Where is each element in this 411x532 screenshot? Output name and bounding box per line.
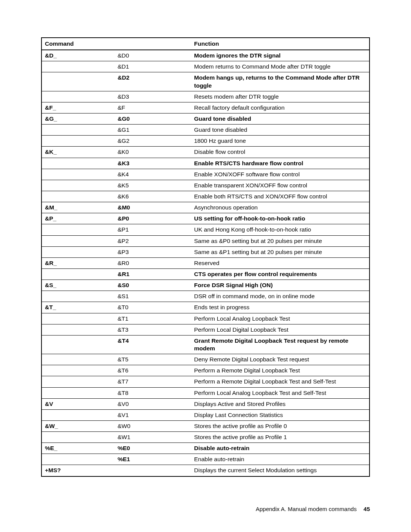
function-cell: Stores the active profile as Profile 1	[191, 432, 370, 443]
header-function: Function	[191, 38, 370, 50]
function-cell: Resets modem after DTR toggle	[191, 91, 370, 102]
command-cell: &P3	[115, 246, 191, 257]
table-row: &R1CTS operates per flow control require…	[41, 268, 370, 280]
command-cell: &W1	[115, 432, 191, 443]
footer-text: Appendix A. Manual modem commands	[256, 506, 357, 512]
table-row: &T5Deny Remote Digital Loopback Test req…	[41, 354, 370, 365]
command-cell: &K3	[115, 158, 191, 169]
function-cell: Deny Remote Digital Loopback Test reques…	[191, 354, 370, 365]
command-cell: %E0	[115, 443, 191, 454]
function-cell: Stores the active profile as Profile 0	[191, 420, 370, 431]
command-group-cell: &P_	[41, 213, 115, 224]
command-cell: &T6	[115, 365, 191, 376]
function-cell: Enable both RTS/CTS and XON/XOFF flow co…	[191, 191, 370, 202]
command-group-cell	[41, 125, 115, 136]
table-row: &G1Guard tone disabled	[41, 125, 370, 136]
function-cell: Guard tone disabled	[191, 113, 370, 124]
modem-commands-table: Command Function &D_&D0Modem ignores the…	[41, 37, 370, 477]
command-group-cell	[41, 224, 115, 235]
command-cell: %E1	[115, 454, 191, 465]
command-cell: &T5	[115, 354, 191, 365]
table-row: &F_&FRecall factory default configuratio…	[41, 102, 370, 113]
command-group-cell: &T_	[41, 302, 115, 313]
command-group-cell	[41, 235, 115, 246]
command-cell: &G2	[115, 136, 191, 147]
table-row: &G21800 Hz guard tone	[41, 136, 370, 147]
function-cell: Displays Active and Stored Profiles	[191, 398, 370, 409]
command-cell: &S0	[115, 280, 191, 291]
command-group-cell	[41, 376, 115, 387]
function-cell: Display Last Connection Statistics	[191, 409, 370, 420]
table-row: &T8Perform Local Analog Loopback Test an…	[41, 387, 370, 398]
table-row: &D_&D0Modem ignores the DTR signal	[41, 50, 370, 61]
function-cell: Recall factory default configuration	[191, 102, 370, 113]
table-row: +MS?Displays the current Select Modulati…	[41, 465, 370, 476]
command-cell: &P1	[115, 224, 191, 235]
table-row: &W1Stores the active profile as Profile …	[41, 432, 370, 443]
command-group-cell	[41, 268, 115, 280]
command-group-cell: &F_	[41, 102, 115, 113]
command-group-cell	[41, 246, 115, 257]
table-row: &K5Enable transparent XON/XOFF flow cont…	[41, 180, 370, 191]
function-cell: Ends test in progress	[191, 302, 370, 313]
function-cell: Enable XON/XOFF software flow control	[191, 169, 370, 180]
function-cell: Same as &P0 setting but at 20 pulses per…	[191, 235, 370, 246]
command-cell: &P2	[115, 235, 191, 246]
function-cell: Guard tone disabled	[191, 125, 370, 136]
page-footer: Appendix A. Manual modem commands 45	[256, 506, 370, 512]
function-cell: Disable flow control	[191, 147, 370, 158]
function-cell: Enable RTS/CTS hardware flow control	[191, 158, 370, 169]
command-group-cell	[41, 72, 115, 91]
table-header-row: Command Function	[41, 38, 370, 50]
command-group-cell: &D_	[41, 50, 115, 61]
command-cell: &K4	[115, 169, 191, 180]
command-cell: &T7	[115, 376, 191, 387]
command-group-cell: &V	[41, 398, 115, 409]
function-cell: 1800 Hz guard tone	[191, 136, 370, 147]
command-cell: &D0	[115, 50, 191, 61]
function-cell: Enable transparent XON/XOFF flow control	[191, 180, 370, 191]
table-row: &P_&P0US setting for off-hook-to-on-hook…	[41, 213, 370, 224]
command-group-cell	[41, 61, 115, 72]
function-cell: Same as &P1 setting but at 20 pulses per…	[191, 246, 370, 257]
command-cell: &S1	[115, 291, 191, 302]
table-row: &S1DSR off in command mode, on in online…	[41, 291, 370, 302]
command-group-cell	[41, 324, 115, 335]
table-row: &D2Modem hangs up, returns to the Comman…	[41, 72, 370, 91]
command-group-cell: &G_	[41, 113, 115, 124]
command-group-cell: &K_	[41, 147, 115, 158]
function-cell: Perform a Remote Digital Loopback Test a…	[191, 376, 370, 387]
command-group-cell	[41, 169, 115, 180]
command-group-cell: &M_	[41, 202, 115, 213]
command-group-cell	[41, 432, 115, 443]
function-cell: UK and Hong Kong off-hook-to-on-hook rat…	[191, 224, 370, 235]
command-group-cell: &R_	[41, 257, 115, 268]
command-group-cell	[41, 91, 115, 102]
table-row: &T7Perform a Remote Digital Loopback Tes…	[41, 376, 370, 387]
table-row: &D3Resets modem after DTR toggle	[41, 91, 370, 102]
command-cell: &T0	[115, 302, 191, 313]
command-cell: &R1	[115, 268, 191, 280]
header-command: Command	[41, 38, 191, 50]
command-group-cell	[41, 313, 115, 324]
command-group-cell: &W_	[41, 420, 115, 431]
command-cell: &P0	[115, 213, 191, 224]
table-row: &K_&K0Disable flow control	[41, 147, 370, 158]
command-cell: &G1	[115, 125, 191, 136]
table-body: Command Function &D_&D0Modem ignores the…	[41, 38, 370, 476]
command-group-cell: &S_	[41, 280, 115, 291]
command-cell: &V1	[115, 409, 191, 420]
table-row: %E1Enable auto-retrain	[41, 454, 370, 465]
table-row: &D1Modem returns to Command Mode after D…	[41, 61, 370, 72]
function-cell: US setting for off-hook-to-on-hook ratio	[191, 213, 370, 224]
function-cell: Perform Local Digital Loopback Test	[191, 324, 370, 335]
command-cell: &D1	[115, 61, 191, 72]
table-row: &K4Enable XON/XOFF software flow control	[41, 169, 370, 180]
table-row: &P3Same as &P1 setting but at 20 pulses …	[41, 246, 370, 257]
table-row: &T4Grant Remote Digital Loopback Test re…	[41, 335, 370, 354]
command-group-cell	[41, 365, 115, 376]
command-group-cell: +MS?	[41, 465, 115, 476]
command-cell: &K5	[115, 180, 191, 191]
function-cell: Enable auto-retrain	[191, 454, 370, 465]
function-cell: Grant Remote Digital Loopback Test reque…	[191, 335, 370, 354]
